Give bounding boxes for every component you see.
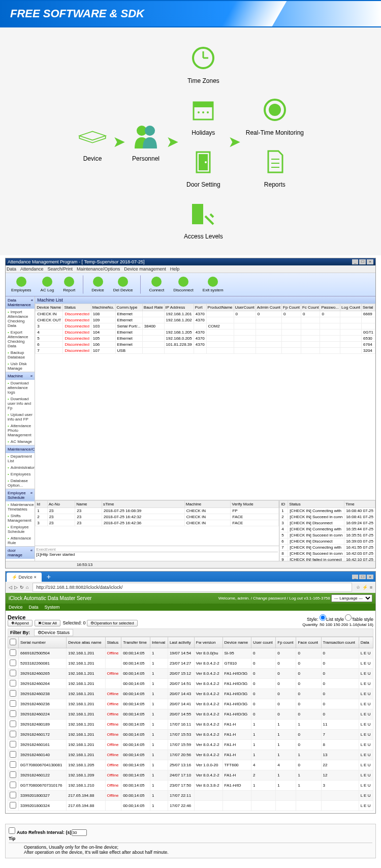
row-checkbox[interactable] <box>10 751 16 758</box>
table-row[interactable]: 3929182460264192.168.1.20100:00;14:05120… <box>8 679 373 689</box>
device-status-tab[interactable]: ⚙Device Status <box>34 629 74 636</box>
col-header[interactable]: MachineNo. <box>91 304 115 311</box>
fwd-icon[interactable]: ▷ <box>14 585 18 590</box>
table-row[interactable]: 7Disconnected107USB3204 <box>36 348 375 354</box>
table-row[interactable]: 6669182500504192.168.1.201Offline00:00;1… <box>8 648 373 659</box>
col-header[interactable]: Time <box>344 501 375 508</box>
row-checkbox[interactable] <box>10 700 16 707</box>
col-header[interactable]: UserCount <box>234 304 256 311</box>
row-checkbox[interactable] <box>10 721 16 727</box>
col-header[interactable]: Last activity <box>168 637 194 648</box>
col-header[interactable]: Device name <box>223 637 251 648</box>
table-row[interactable]: 3Disconnected103Serial Port/...38400COM2 <box>36 323 375 330</box>
side-head[interactable]: Maintenance/Options« <box>6 445 35 453</box>
append-button[interactable]: ✚Append <box>8 620 33 626</box>
col-header[interactable]: Fp count <box>276 637 296 648</box>
table-row[interactable]: 5[CHECK IN] Succeed in conn16:35:51 07-2… <box>280 532 375 538</box>
table-row[interactable]: 3[CHECK IN] Disconnect16:09:24 07-25 <box>280 520 375 526</box>
col-header[interactable]: Log Count <box>340 304 362 311</box>
row-checkbox[interactable] <box>10 792 16 798</box>
table-row[interactable]: 3929182460172192.168.1.201Offline00:00;1… <box>8 730 373 740</box>
table-row[interactable]: 3929182460265192.168.1.201Offline00:00;1… <box>8 669 373 679</box>
side-item[interactable]: Department List <box>6 453 35 464</box>
col-header[interactable]: Device alias name <box>67 637 105 648</box>
col-header[interactable]: Fw version <box>194 637 223 648</box>
col-header[interactable] <box>8 637 19 648</box>
table-row[interactable]: 3929182460122192.168.1.209Offline00:00;1… <box>8 770 373 781</box>
side-item[interactable]: Upload user info and FP <box>6 411 35 423</box>
close-button[interactable]: × <box>367 575 373 579</box>
side-item[interactable]: Import Attendance Checking Data <box>6 309 35 329</box>
col-header[interactable]: Name <box>75 501 102 508</box>
table-row[interactable]: CHECK INDisconnected108Ethernet192.168.1… <box>36 311 375 317</box>
table-row[interactable]: 3929182460238192.168.1.201Offline00:00;1… <box>8 689 373 699</box>
side-item[interactable]: Shifts Management <box>6 513 35 524</box>
back-icon[interactable]: ◁ <box>9 585 12 590</box>
col-header[interactable]: Status <box>105 637 121 648</box>
row-checkbox[interactable] <box>10 741 16 747</box>
table-row[interactable]: 3399201800327217.65.194.88Offline00:00;1… <box>8 791 373 801</box>
row-checkbox[interactable] <box>10 649 16 656</box>
toolbar-report[interactable]: Report <box>59 275 79 294</box>
toolbar-connect[interactable]: Connect <box>145 275 168 294</box>
row-checkbox[interactable] <box>10 782 16 788</box>
col-header[interactable]: User count <box>251 637 276 648</box>
menu-item[interactable]: Search/Print <box>48 266 73 272</box>
language-select[interactable]: --- Language --- <box>331 594 372 602</box>
table-row[interactable]: 4[CHECK IN] Connecting with16:35:44 07-2… <box>280 526 375 532</box>
table-row[interactable]: 3929182480189192.168.1.201Offline00:00;1… <box>8 720 373 730</box>
menu-item[interactable]: Maintenance/Options <box>77 266 120 272</box>
col-header[interactable]: Status <box>63 304 91 311</box>
menu-item[interactable]: Device management <box>124 266 166 272</box>
toolbar-del-device[interactable]: Del Device <box>110 275 137 294</box>
table-row[interactable]: 7[CHECK IN] Connecting with16:41:55 07-2… <box>280 545 375 551</box>
browser-tab[interactable]: ⚡ Device × <box>7 573 42 582</box>
table-row[interactable]: 3399201800324217.65.194.8800:00;14:05117… <box>8 801 373 811</box>
menu-item[interactable]: Data <box>7 266 16 272</box>
col-header[interactable]: Machine <box>184 501 231 508</box>
side-item[interactable]: Usb Disk Manage <box>6 361 35 372</box>
select-all-checkbox[interactable] <box>10 639 16 645</box>
clearall-button[interactable]: ✖Clear All <box>35 620 60 626</box>
table-row[interactable]: CHECK OUTDisconnected109Ethernet192.168.… <box>36 317 375 323</box>
side-item[interactable]: Attendance Rule <box>6 535 35 546</box>
url-field[interactable]: http://192.168.1.88:8082/iclock/data/icl… <box>33 583 352 592</box>
col-header[interactable]: Baud Rate <box>142 304 164 311</box>
col-header[interactable]: Data <box>359 637 373 648</box>
col-header[interactable]: Transfer time <box>121 637 150 648</box>
min-button[interactable]: _ <box>352 259 358 264</box>
row-checkbox[interactable] <box>10 660 16 666</box>
col-header[interactable]: sTime <box>102 501 184 508</box>
bolt-icon[interactable]: ⚡ <box>362 585 368 590</box>
side-item[interactable]: AC Manage <box>6 438 35 445</box>
table-row[interactable]: 3929182460236192.168.1.201Offline00:00;1… <box>8 699 373 709</box>
side-item[interactable]: Employees <box>6 471 35 477</box>
list-style-radio[interactable] <box>320 614 326 621</box>
col-header[interactable]: IP Address <box>164 304 194 311</box>
row-checkbox[interactable] <box>10 710 16 717</box>
table-row[interactable]: 2[CHECK IN] Succeed in conn16:08:41 07-2… <box>280 514 375 520</box>
max-button[interactable]: □ <box>359 575 366 579</box>
col-header[interactable]: Fc Count <box>301 304 320 311</box>
menu-item[interactable]: Data <box>29 605 39 610</box>
star-icon[interactable]: ☆ <box>356 585 360 590</box>
table-style-radio[interactable] <box>345 614 352 621</box>
side-head[interactable]: Employee Schedule« <box>6 489 35 501</box>
col-header[interactable]: Serial <box>361 304 375 311</box>
col-header[interactable]: Transaction count <box>321 637 359 648</box>
col-header[interactable]: Passwo... <box>320 304 340 311</box>
col-header[interactable]: ProductName <box>206 304 234 311</box>
refresh-icon[interactable]: ↻ <box>20 585 24 590</box>
row-checkbox[interactable] <box>10 670 16 676</box>
col-header[interactable]: Ac-No <box>47 501 75 508</box>
toolbar-exit-system[interactable]: Exit system <box>199 275 227 294</box>
table-row[interactable]: 3929182460224192.168.1.201Offline00:00;1… <box>8 709 373 720</box>
row-checkbox[interactable] <box>10 761 16 768</box>
table-row[interactable]: 6[CHECK IN] Disconnect16:39:03 07-25 <box>280 538 375 545</box>
row-checkbox[interactable] <box>10 802 16 809</box>
col-header[interactable]: Interval <box>150 637 168 648</box>
side-item[interactable]: Database Option... <box>6 477 35 489</box>
col-header[interactable]: Comm.type <box>115 304 142 311</box>
table-row[interactable]: 5203182260081192.168.1.20100:00;14:05123… <box>8 659 373 669</box>
col-header[interactable]: Fp Count <box>282 304 301 311</box>
